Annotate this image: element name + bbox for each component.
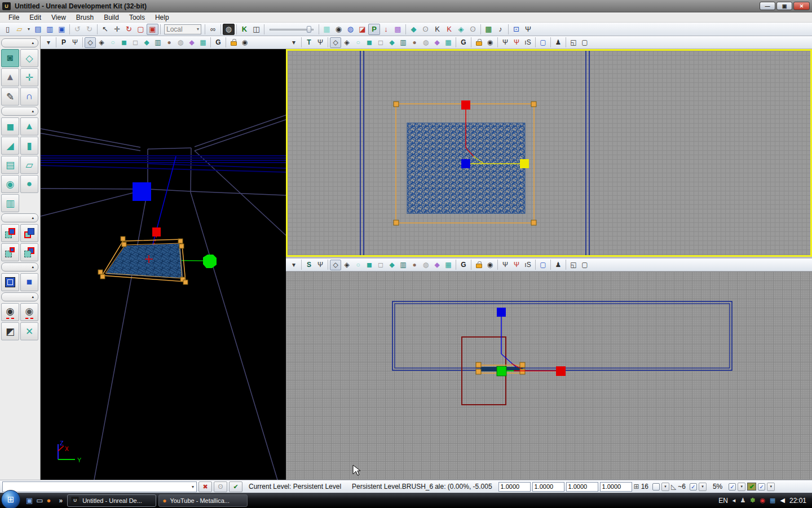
- widget-z-handle[interactable]: [133, 182, 151, 201]
- lighting-quality-icon[interactable]: ʘ: [467, 24, 479, 35]
- toolbox-header-select[interactable]: ▴: [1, 262, 38, 271]
- viewmode-shader-complexity-button[interactable]: ●: [164, 37, 175, 48]
- viewmode-shader-complexity-button[interactable]: ●: [409, 260, 420, 270]
- content-browser-icon[interactable]: ▦: [321, 24, 333, 35]
- widget-center-handle[interactable]: [461, 159, 470, 168]
- autosave-checkbox[interactable]: ✓: [758, 483, 765, 491]
- menu-tools[interactable]: Tools: [124, 13, 150, 22]
- viewmode-shader-complexity-button[interactable]: ●: [409, 37, 420, 48]
- widget-x-handle[interactable]: [461, 100, 470, 110]
- brush-sphere-button[interactable]: ●: [20, 175, 38, 193]
- viewmode-unlit-button[interactable]: ○: [352, 37, 364, 48]
- tray-chevron-icon[interactable]: ◂: [732, 497, 736, 504]
- viewmode-light-complexity-button[interactable]: ◍: [420, 37, 431, 48]
- autosave-dropdown[interactable]: ▾: [767, 483, 775, 491]
- mesh-check-button[interactable]: ✔: [229, 481, 242, 492]
- viewmode-lighting-only-button[interactable]: ◆: [141, 37, 152, 48]
- game-view-button[interactable]: G: [213, 37, 224, 48]
- texture-align-button[interactable]: ✛: [20, 68, 38, 86]
- play-on-console-icon[interactable]: Ψ: [522, 24, 534, 35]
- viewmode-detail-lighting-button[interactable]: ◻: [375, 37, 386, 48]
- brush-cone-button[interactable]: ▲: [20, 117, 38, 135]
- viewmode-brush-wireframe-button[interactable]: ◈: [341, 260, 352, 270]
- float-viewport-icon[interactable]: ◱: [568, 37, 579, 48]
- quicklaunch-firefox-icon[interactable]: ●: [47, 496, 51, 505]
- select-arrow-icon[interactable]: ↖: [99, 24, 111, 35]
- terrain-mode-button[interactable]: ▲: [1, 68, 19, 86]
- tray-av-icon[interactable]: ◉: [760, 497, 765, 504]
- perspective-viewport[interactable]: Z X Y: [41, 49, 286, 480]
- side-viewport[interactable]: [286, 271, 812, 480]
- widget-center-handle[interactable]: [497, 366, 506, 376]
- geometry-mode-button[interactable]: ◇: [20, 49, 38, 67]
- tray-agent-icon[interactable]: ♟: [740, 497, 745, 504]
- menu-brush[interactable]: Brush: [71, 13, 99, 22]
- scale-icon[interactable]: ▢: [135, 24, 147, 35]
- fractal-mesh[interactable]: [106, 244, 183, 278]
- quicklaunch-chevron-icon[interactable]: »: [56, 497, 65, 505]
- scale-snap-checkbox[interactable]: ✓: [729, 483, 736, 491]
- clear-search-button[interactable]: ✖: [198, 481, 212, 492]
- actor-search-input[interactable]: [3, 483, 189, 491]
- statue-icon[interactable]: ♟: [553, 260, 564, 270]
- scale-z-field[interactable]: [566, 482, 598, 492]
- csg-subtract-button[interactable]: [20, 224, 38, 242]
- build-geometry-icon[interactable]: ◆: [408, 24, 420, 35]
- viewmode-unlit-button[interactable]: ○: [352, 260, 364, 270]
- prefab-noise-icon[interactable]: ▩: [392, 24, 404, 35]
- widget-z-handle[interactable]: [497, 308, 506, 317]
- tray-network-icon[interactable]: ▦: [770, 497, 775, 504]
- game-view-button[interactable]: G: [458, 260, 469, 270]
- brush-polys-icon[interactable]: ◪: [356, 24, 368, 35]
- widget-y-handle[interactable]: [203, 255, 217, 268]
- redo-icon[interactable]: ↻: [83, 24, 95, 35]
- build-cover-icon[interactable]: K: [443, 24, 455, 35]
- joystick-icon[interactable]: Ψ: [69, 37, 81, 48]
- autosave-icon[interactable]: ✔: [747, 483, 756, 491]
- udk-logo-icon[interactable]: ◍: [223, 24, 235, 35]
- viewmode-brush-wireframe-button[interactable]: ◈: [341, 37, 352, 48]
- toolbox-header-csg[interactable]: ▴: [1, 213, 38, 222]
- joystick-icon[interactable]: Ψ: [315, 260, 326, 270]
- grid-snap-dropdown[interactable]: ▾: [661, 483, 669, 491]
- scale-all-field[interactable]: [600, 482, 632, 492]
- squint-s-button[interactable]: ıS: [522, 37, 533, 48]
- open-file-icon[interactable]: ▱: [14, 24, 25, 35]
- brush-cube-button[interactable]: ◼: [1, 117, 19, 135]
- title-bar[interactable]: U Untitled - Unreal Development Kit (32-…: [0, 0, 812, 12]
- grid-snap-checkbox[interactable]: [652, 483, 660, 491]
- brush-volumetric-button[interactable]: ▥: [1, 194, 19, 212]
- menu-file[interactable]: File: [3, 13, 24, 22]
- tray-icq-icon[interactable]: ✽: [750, 497, 755, 504]
- lock-viewport-button[interactable]: [228, 37, 239, 48]
- widget-x-handle[interactable]: [152, 227, 161, 237]
- scale-y-field[interactable]: [532, 482, 564, 492]
- translucent-selection-icon[interactable]: ◍: [345, 24, 356, 35]
- viewmode-wireframe-button[interactable]: ◇: [85, 37, 96, 48]
- minimize-button[interactable]: —: [760, 2, 775, 10]
- actor-search-combo[interactable]: ▾: [2, 481, 197, 492]
- show-flags-button[interactable]: ◉: [484, 260, 496, 270]
- viewmode-lighting-only-button[interactable]: ◆: [386, 260, 398, 270]
- brush-box-stair-button[interactable]: ▤: [1, 156, 19, 174]
- drop-actor-icon[interactable]: ↓: [380, 24, 392, 35]
- show-selected-button[interactable]: ◉: [1, 303, 19, 321]
- viewmode-texture-density-button[interactable]: ▥: [398, 260, 409, 270]
- viewmode-collision-button[interactable]: ▦: [443, 37, 454, 48]
- distance-slider[interactable]: [270, 25, 314, 33]
- maximize-viewport-icon[interactable]: ▢: [579, 37, 590, 48]
- show-flags-button[interactable]: ◉: [484, 37, 496, 48]
- joystick-red-icon[interactable]: Ψ: [511, 37, 522, 48]
- matinee-icon[interactable]: ◫: [250, 24, 262, 35]
- viewmode-texture-density-button[interactable]: ▥: [152, 37, 164, 48]
- scale-x-field[interactable]: [498, 482, 531, 492]
- viewmode-brush-wireframe-button[interactable]: ◈: [96, 37, 107, 48]
- save-all-icon[interactable]: ▥: [44, 24, 56, 35]
- joystick-dark-icon[interactable]: Ψ: [500, 37, 511, 48]
- slider-thumb[interactable]: [307, 26, 311, 33]
- statue-icon[interactable]: ♟: [553, 37, 564, 48]
- csg-deintersect-button[interactable]: [20, 243, 38, 261]
- brush-curved-stair-button[interactable]: ◢: [1, 137, 19, 155]
- close-button[interactable]: ✕: [793, 2, 810, 10]
- csg-add-button[interactable]: [1, 224, 19, 242]
